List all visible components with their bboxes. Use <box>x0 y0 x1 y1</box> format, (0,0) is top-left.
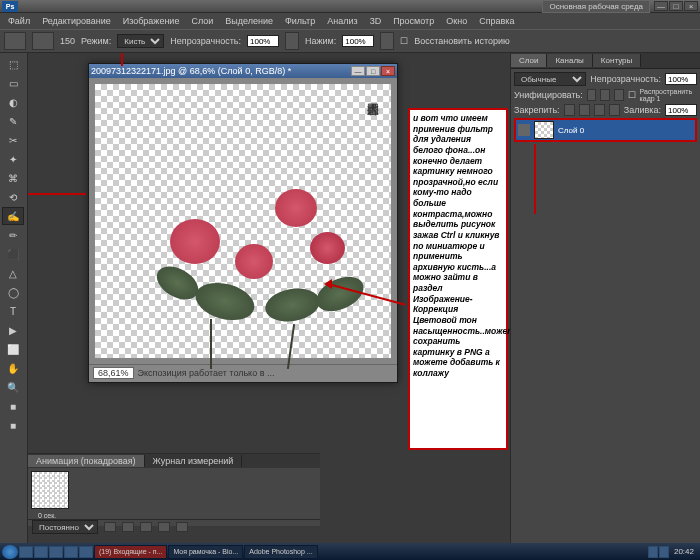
lock-transparency-icon[interactable] <box>564 104 575 116</box>
lock-pixels-icon[interactable] <box>579 104 590 116</box>
maximize-button[interactable]: □ <box>669 1 683 11</box>
tool-12[interactable]: ◯ <box>2 283 24 301</box>
tool-7[interactable]: ⟲ <box>2 188 24 206</box>
first-frame-button[interactable] <box>104 522 116 532</box>
tab-channels[interactable]: Каналы <box>547 54 592 67</box>
layer-item[interactable]: Слой 0 <box>514 118 697 142</box>
taskbar-explorer-icon[interactable] <box>34 546 48 558</box>
layer-name[interactable]: Слой 0 <box>558 126 584 135</box>
doc-minimize-button[interactable]: — <box>351 66 365 76</box>
pressure-opacity-icon[interactable] <box>285 32 299 50</box>
visibility-icon[interactable] <box>518 124 530 136</box>
menu-файл[interactable]: Файл <box>2 14 36 28</box>
last-frame-button[interactable] <box>176 522 188 532</box>
lock-all-icon[interactable] <box>609 104 620 116</box>
tool-2[interactable]: ◐ <box>2 93 24 111</box>
taskbar-icon[interactable] <box>49 546 63 558</box>
menu-слои[interactable]: Слои <box>185 14 219 28</box>
tool-1[interactable]: ▭ <box>2 74 24 92</box>
tool-15[interactable]: ⬜ <box>2 340 24 358</box>
tool-preset-icon[interactable] <box>4 32 26 50</box>
leaf-shape <box>311 270 369 318</box>
leaf-shape <box>263 284 323 325</box>
tool-10[interactable]: ⬛ <box>2 245 24 263</box>
tool-9[interactable]: ✏ <box>2 226 24 244</box>
annotation-overlay: и вот что имеем применив фильтр для удал… <box>408 108 508 450</box>
unify-style-icon[interactable] <box>614 89 624 101</box>
tool-14[interactable]: ▶ <box>2 321 24 339</box>
flow-input[interactable] <box>342 35 374 47</box>
layer-thumbnail[interactable] <box>534 121 554 139</box>
tool-4[interactable]: ✂ <box>2 131 24 149</box>
play-button[interactable] <box>140 522 152 532</box>
tool-3[interactable]: ✎ <box>2 112 24 130</box>
menu-изображение[interactable]: Изображение <box>117 14 186 28</box>
blend-mode-select[interactable]: Обычные <box>514 72 586 86</box>
arrow-annotation <box>121 53 123 66</box>
tool-11[interactable]: △ <box>2 264 24 282</box>
prev-frame-button[interactable] <box>122 522 134 532</box>
tab-layers[interactable]: Слои <box>511 54 547 67</box>
tool-5[interactable]: ✦ <box>2 150 24 168</box>
tab-measurements[interactable]: Журнал измерений <box>145 455 243 467</box>
start-button[interactable] <box>2 545 18 559</box>
menu-окно[interactable]: Окно <box>440 14 473 28</box>
taskbar-item[interactable]: Моя рамочка - Bio... <box>168 545 243 559</box>
unify-label: Унифицировать: <box>514 90 583 100</box>
menu-3d[interactable]: 3D <box>364 14 388 28</box>
tool-8[interactable]: ✍ <box>2 207 24 225</box>
clock[interactable]: 20:42 <box>670 547 698 556</box>
zoom-level[interactable]: 68,61% <box>93 367 134 379</box>
tool-18[interactable]: ■ <box>2 397 24 415</box>
menu-просмотр[interactable]: Просмотр <box>387 14 440 28</box>
taskbar-item[interactable]: Adobe Photoshop ... <box>244 545 317 559</box>
menu-выделение[interactable]: Выделение <box>219 14 279 28</box>
unify-visibility-icon[interactable] <box>600 89 610 101</box>
menu-анализ[interactable]: Анализ <box>321 14 363 28</box>
layer-opacity-label: Непрозрачность: <box>590 74 661 84</box>
tool-19[interactable]: ■ <box>2 416 24 434</box>
tray-icon[interactable] <box>659 546 669 558</box>
mode-select[interactable]: Кисть <box>117 34 164 48</box>
document-status: Экспозиция работает только в ... <box>138 368 275 378</box>
loop-select[interactable]: Постоянно <box>32 520 98 534</box>
tool-13[interactable]: T <box>2 302 24 320</box>
menu-редактирование[interactable]: Редактирование <box>36 14 117 28</box>
next-frame-button[interactable] <box>158 522 170 532</box>
unify-position-icon[interactable] <box>587 89 597 101</box>
document-window[interactable]: 20097312322171.jpg @ 68,6% (Слой 0, RGB/… <box>88 63 398 383</box>
lock-position-icon[interactable] <box>594 104 605 116</box>
opacity-input[interactable] <box>247 35 279 47</box>
brush-preset-icon[interactable] <box>32 32 54 50</box>
layer-opacity-input[interactable] <box>665 73 697 85</box>
menu-справка[interactable]: Справка <box>473 14 520 28</box>
doc-close-button[interactable]: × <box>381 66 395 76</box>
tool-6[interactable]: ⌘ <box>2 169 24 187</box>
doc-maximize-button[interactable]: □ <box>366 66 380 76</box>
tab-paths[interactable]: Контуры <box>593 54 641 67</box>
taskbar-ie-icon[interactable] <box>19 546 33 558</box>
frame-time[interactable]: 0 сек. <box>28 512 320 519</box>
tool-0[interactable]: ⬚ <box>2 55 24 73</box>
propagate-frame-label: Распространить кадр 1 <box>640 88 697 102</box>
workspace-selector[interactable]: Основная рабочая среда <box>542 0 650 13</box>
fill-input[interactable] <box>665 104 697 116</box>
minimize-button[interactable]: — <box>654 1 668 11</box>
stem-shape <box>210 319 212 369</box>
stem-shape <box>287 324 295 369</box>
animation-frame[interactable] <box>31 471 69 509</box>
tray-icon[interactable] <box>648 546 658 558</box>
taskbar-icon[interactable] <box>64 546 78 558</box>
taskbar-item[interactable]: (19) Входящие - п... <box>94 545 167 559</box>
flower-shape <box>275 189 317 227</box>
tool-16[interactable]: ✋ <box>2 359 24 377</box>
tab-animation[interactable]: Анимация (покадровая) <box>28 455 145 467</box>
tool-17[interactable]: 🔍 <box>2 378 24 396</box>
taskbar-icon[interactable] <box>79 546 93 558</box>
document-canvas[interactable]: 國畫天香 <box>95 84 391 358</box>
calligraphy-text: 國畫天香 <box>361 94 381 174</box>
close-button[interactable]: × <box>684 1 698 11</box>
menu-фильтр[interactable]: Фильтр <box>279 14 321 28</box>
arrowhead-icon <box>324 279 332 289</box>
airbrush-icon[interactable] <box>380 32 394 50</box>
